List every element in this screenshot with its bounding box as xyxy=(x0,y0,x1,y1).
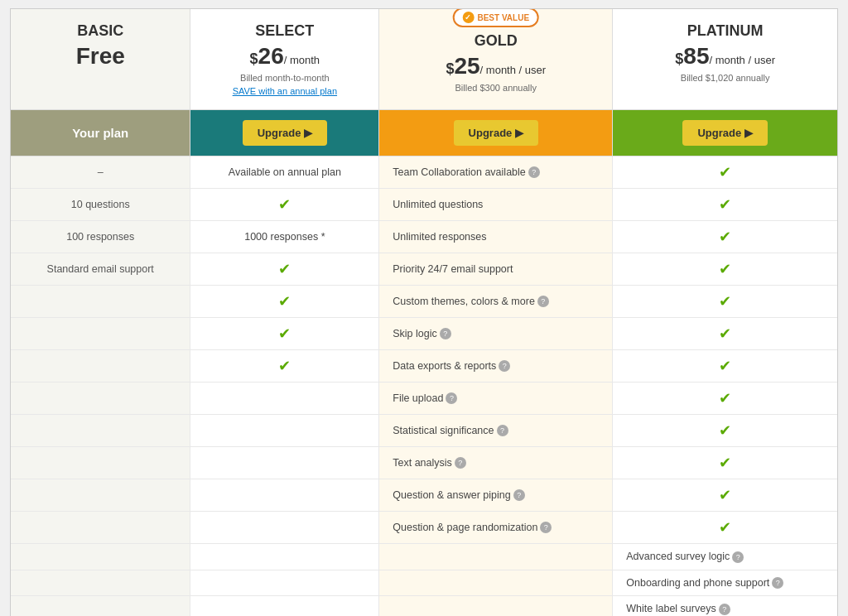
select-upgrade-button[interactable]: Upgrade ▶ xyxy=(243,120,327,146)
basic-feature-cell: 100 responses xyxy=(11,221,190,253)
platinum-feature-cell: ✔ xyxy=(613,479,837,512)
platinum-feature-cell: ✔ xyxy=(613,415,837,447)
help-icon[interactable]: ? xyxy=(446,392,457,404)
plans-action-row: Your plan Upgrade ▶ Upgrade ▶ Upgrade ▶ xyxy=(11,110,837,156)
platinum-feature-cell: ✔ xyxy=(613,189,837,221)
check-icon: ✔ xyxy=(719,455,731,471)
check-icon: ✔ xyxy=(719,293,731,310)
platinum-feature-cell: ✔ xyxy=(613,156,837,189)
check-icon: ✔ xyxy=(719,390,731,407)
best-value-check-icon: ✓ xyxy=(462,12,474,23)
check-icon: ✔ xyxy=(719,164,731,180)
select-price-unit: / month xyxy=(284,54,320,66)
best-value-badge: ✓ BEST VALUE xyxy=(452,8,539,27)
select-price-symbol: $ xyxy=(250,51,258,67)
check-icon: ✔ xyxy=(278,293,291,310)
gold-feature-cell xyxy=(379,596,613,616)
check-icon: ✔ xyxy=(719,196,731,213)
select-feature-cell xyxy=(190,570,379,596)
basic-feature-cell: 10 questions xyxy=(11,189,190,221)
select-save-link[interactable]: SAVE with an annual plan xyxy=(199,86,370,96)
help-icon[interactable]: ? xyxy=(732,551,744,563)
select-plan-header: SELECT $26/ month Billed month-to-month … xyxy=(190,9,379,110)
basic-feature-cell xyxy=(11,544,190,570)
basic-feature-cell: – xyxy=(11,156,190,189)
feature-row: ✔Skip logic?✔ xyxy=(11,318,837,350)
help-icon[interactable]: ? xyxy=(455,457,466,469)
basic-feature-cell xyxy=(11,479,190,512)
feature-row: 100 responses1000 responses *Unlimited r… xyxy=(11,221,837,253)
select-feature-cell xyxy=(190,596,379,616)
basic-feature-cell xyxy=(11,350,190,383)
gold-feature-cell: File upload? xyxy=(379,383,613,415)
help-icon[interactable]: ? xyxy=(497,425,508,436)
select-feature-cell: ✔ xyxy=(190,318,379,350)
help-icon[interactable]: ? xyxy=(499,360,510,372)
pricing-table-container: BASIC Free SELECT $26/ month Billed mont… xyxy=(10,8,838,616)
platinum-plan-price: $85/ month / user xyxy=(621,43,829,70)
feature-row: Advanced survey logic? xyxy=(11,544,837,570)
platinum-feature-cell: ✔ xyxy=(613,383,837,415)
select-billed: Billed month-to-month xyxy=(199,73,370,83)
gold-plan-header: ✓ BEST VALUE GOLD $25/ month / user Bill… xyxy=(379,9,613,110)
check-icon: ✔ xyxy=(278,325,291,342)
platinum-price-unit: / month / user xyxy=(709,54,774,66)
gold-upgrade-button[interactable]: Upgrade ▶ xyxy=(454,120,538,146)
feature-row: 10 questions✔Unlimited questions✔ xyxy=(11,189,837,221)
check-icon: ✔ xyxy=(719,325,731,342)
gold-feature-cell: Question & answer piping? xyxy=(379,479,613,512)
gold-feature-cell: Statistical significance? xyxy=(379,415,613,447)
platinum-feature-cell: Advanced survey logic? xyxy=(613,544,837,570)
platinum-upgrade-button[interactable]: Upgrade ▶ xyxy=(682,120,767,146)
select-feature-cell: ✔ xyxy=(190,189,379,221)
select-feature-cell: ✔ xyxy=(190,286,379,318)
select-feature-cell xyxy=(190,383,379,415)
help-icon[interactable]: ? xyxy=(440,328,451,339)
basic-feature-cell: Standard email support xyxy=(11,253,190,286)
help-icon[interactable]: ? xyxy=(537,296,549,307)
basic-price-amount: Free xyxy=(76,43,125,69)
check-icon: ✔ xyxy=(719,422,731,439)
plans-header-row: BASIC Free SELECT $26/ month Billed mont… xyxy=(11,9,837,110)
help-icon[interactable]: ? xyxy=(772,577,783,589)
feature-row: ✔Data exports & reports?✔ xyxy=(11,350,837,383)
basic-feature-cell xyxy=(11,318,190,350)
select-feature-cell xyxy=(190,479,379,512)
select-feature-cell xyxy=(190,415,379,447)
platinum-plan-name: PLATINUM xyxy=(621,22,829,40)
gold-feature-cell: Priority 24/7 email support xyxy=(379,253,613,286)
check-icon: ✔ xyxy=(278,261,291,277)
gold-billed: Billed $300 annually xyxy=(388,83,604,93)
help-icon[interactable]: ? xyxy=(540,522,552,533)
help-icon[interactable]: ? xyxy=(513,489,525,501)
help-icon[interactable]: ? xyxy=(528,166,540,178)
select-feature-cell: Available on annual plan xyxy=(190,156,379,189)
gold-feature-cell: Data exports & reports? xyxy=(379,350,613,383)
help-icon[interactable]: ? xyxy=(719,604,730,615)
check-icon: ✔ xyxy=(719,358,731,374)
feature-row: Question & answer piping?✔ xyxy=(11,479,837,512)
gold-plan-price: $25/ month / user xyxy=(388,53,604,79)
gold-feature-cell: Unlimited questions xyxy=(379,189,613,221)
gold-action-cell: Upgrade ▶ xyxy=(379,110,613,156)
feature-row: White label surveys? xyxy=(11,596,837,616)
check-icon: ✔ xyxy=(278,196,291,213)
platinum-plan-header: PLATINUM $85/ month / user Billed $1,020… xyxy=(613,9,837,110)
feature-row: ✔Custom themes, colors & more?✔ xyxy=(11,286,837,318)
feature-row: Question & page randomization?✔ xyxy=(11,512,837,544)
select-feature-cell xyxy=(190,544,379,570)
select-feature-cell: ✔ xyxy=(190,253,379,286)
platinum-action-cell: Upgrade ▶ xyxy=(613,110,837,156)
basic-plan-header: BASIC Free xyxy=(11,9,190,110)
select-price-amount: 26 xyxy=(258,43,284,69)
basic-feature-cell xyxy=(11,286,190,318)
gold-feature-cell: Unlimited responses xyxy=(379,221,613,253)
gold-feature-cell: Team Collaboration available? xyxy=(379,156,613,189)
platinum-feature-cell: ✔ xyxy=(613,318,837,350)
select-feature-cell xyxy=(190,512,379,544)
gold-feature-cell xyxy=(379,544,613,570)
basic-feature-cell xyxy=(11,570,190,596)
platinum-billed: Billed $1,020 annually xyxy=(621,73,829,83)
platinum-feature-cell: ✔ xyxy=(613,512,837,544)
select-feature-cell: 1000 responses * xyxy=(190,221,379,253)
